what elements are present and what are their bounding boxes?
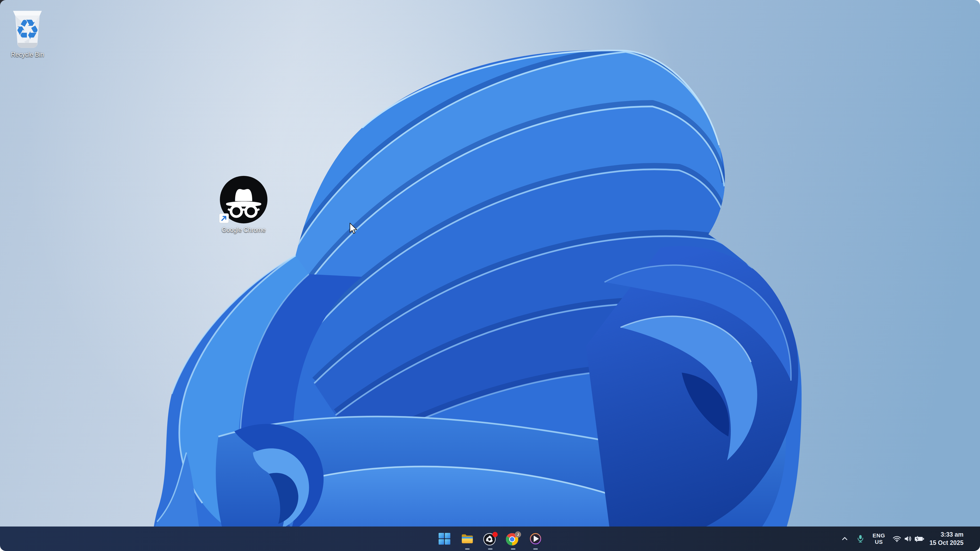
language-line2: US	[872, 539, 885, 545]
volume-icon	[904, 535, 912, 543]
wallpaper-bloom	[0, 0, 980, 551]
desktop-icon-google-chrome[interactable]: Google Chrome	[217, 174, 270, 234]
mouse-cursor	[349, 222, 358, 235]
desktop-icon-label: Recycle Bin	[11, 51, 44, 58]
start-button[interactable]	[436, 530, 453, 548]
tray-wifi[interactable]	[892, 535, 902, 543]
running-indicator	[511, 548, 515, 550]
clock-date: 15 Oct 2025	[929, 539, 964, 547]
running-indicator	[465, 548, 470, 550]
windows-desktop: ♻ Recycle Bin Google Chrome	[0, 0, 980, 551]
tray-battery[interactable]	[914, 535, 925, 543]
battery-charging-icon	[914, 535, 925, 543]
running-indicator	[533, 548, 538, 550]
desktop-icon-label: Google Chrome	[222, 227, 266, 234]
taskbar-google-chrome[interactable]: J	[504, 530, 522, 548]
taskbar-file-explorer[interactable]	[458, 530, 476, 548]
recording-dot-badge	[492, 532, 498, 537]
svg-text:♻: ♻	[15, 14, 40, 46]
clock-time: 3:33 am	[929, 530, 964, 539]
tray-volume[interactable]	[904, 535, 912, 543]
desktop-icon-recycle-bin[interactable]: ♻ Recycle Bin	[5, 5, 50, 58]
recycle-bin-icon: ♻	[8, 5, 48, 49]
language-line1: ENG	[872, 532, 885, 539]
file-explorer-icon	[461, 533, 474, 545]
tray-chevron-up[interactable]	[841, 535, 849, 543]
tray-language-switcher[interactable]: ENG US	[872, 532, 885, 545]
microphone-icon	[856, 535, 864, 543]
chrome-icon: J	[504, 531, 522, 546]
tray-clock[interactable]: 3:33 am 15 Oct 2025	[929, 530, 964, 547]
chevron-up-icon	[841, 535, 849, 543]
taskbar: J	[0, 527, 980, 551]
tray-microphone[interactable]	[856, 535, 864, 543]
obs-studio-icon	[482, 531, 498, 546]
windows-logo-icon	[438, 533, 450, 545]
media-player-icon	[529, 532, 542, 546]
shortcut-arrow-overlay	[219, 213, 229, 223]
wifi-icon	[892, 535, 902, 543]
taskbar-media-player[interactable]	[527, 530, 544, 548]
taskbar-obs-studio[interactable]	[482, 530, 499, 548]
running-indicator	[488, 548, 493, 550]
chrome-profile-badge: J	[517, 533, 519, 537]
